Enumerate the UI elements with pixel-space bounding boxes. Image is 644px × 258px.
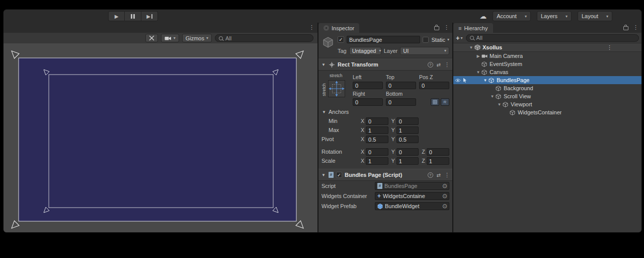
- gameobject-name-field[interactable]: BundlesPage: [347, 36, 420, 43]
- foldout-icon[interactable]: ▶: [475, 54, 481, 58]
- hierarchy-item-eventsystem[interactable]: EventSystem: [453, 60, 641, 68]
- hierarchy-item-widgetscontainer[interactable]: WidgetsContainer: [453, 108, 641, 116]
- pivot-y-field[interactable]: 0.5: [396, 136, 419, 143]
- scene-options-menu-icon[interactable]: ⋮: [607, 44, 612, 51]
- hierarchy-item-scroll-view[interactable]: ▼ Scroll View: [453, 92, 641, 100]
- foldout-icon[interactable]: ▼: [321, 62, 326, 67]
- blueprint-mode-button[interactable]: [431, 98, 439, 106]
- right-field[interactable]: 0: [353, 98, 383, 106]
- help-icon[interactable]: ?: [428, 62, 433, 68]
- presets-icon[interactable]: ⇄: [437, 172, 441, 178]
- component-enabled-checkbox[interactable]: ✓: [336, 172, 342, 178]
- inspector-menu-icon[interactable]: ⋮: [444, 25, 449, 30]
- hierarchy-item-scene[interactable]: ▼ Xsollus ⋮: [453, 43, 641, 52]
- foldout-icon[interactable]: ▼: [475, 70, 481, 75]
- layers-dropdown[interactable]: Layers ▾: [537, 11, 572, 21]
- gizmos-dropdown[interactable]: Gizmos ▾: [182, 34, 212, 42]
- anchors-foldout-row[interactable]: ▼ Anchors: [318, 107, 452, 116]
- hierarchy-item-label: WidgetsContainer: [518, 109, 561, 115]
- help-icon[interactable]: ?: [428, 172, 433, 178]
- max-y-field[interactable]: 1: [396, 126, 419, 134]
- tab-hierarchy[interactable]: ≡ Hierarchy: [453, 23, 493, 33]
- rotation-x-field[interactable]: 0: [366, 148, 388, 156]
- scale-row: Scale X1 Y1 Z1: [318, 156, 452, 165]
- camera-icon: [481, 53, 488, 59]
- hierarchy-item-bundlespage[interactable]: ▼ BundlesPage: [453, 76, 641, 84]
- object-picker-icon[interactable]: ⊙: [442, 183, 447, 189]
- scene-search-input[interactable]: All: [215, 34, 313, 42]
- top-field[interactable]: 0: [386, 82, 416, 89]
- pause-button[interactable]: [125, 11, 141, 21]
- account-dropdown[interactable]: Account ▾: [493, 11, 531, 21]
- foldout-icon[interactable]: ▼: [321, 110, 327, 114]
- step-button[interactable]: ▶: [141, 11, 158, 21]
- hierarchy-item-background[interactable]: Background: [453, 84, 641, 92]
- foldout-icon[interactable]: ▼: [468, 45, 474, 50]
- tools-button[interactable]: [145, 34, 158, 42]
- rotation-z-field[interactable]: 0: [427, 148, 449, 156]
- widget-prefab-row: Widget Prefab BundleWidget ⊙: [318, 201, 452, 211]
- component-menu-icon[interactable]: ⋮: [444, 62, 450, 68]
- raw-edit-mode-button[interactable]: R: [441, 98, 449, 106]
- pivot-x-field[interactable]: 0.5: [366, 136, 388, 143]
- play-button[interactable]: ▶: [108, 11, 125, 21]
- script-icon: #: [329, 172, 334, 178]
- left-field[interactable]: 0: [353, 82, 383, 89]
- scene-canvas[interactable]: [4, 43, 317, 232]
- visibility-eye-icon[interactable]: [455, 78, 461, 84]
- object-picker-icon[interactable]: ⊙: [442, 193, 447, 199]
- rect-transform-header[interactable]: ▼ Rect Transform ? ⇄ ⋮: [318, 58, 452, 71]
- max-x-field[interactable]: 1: [366, 126, 388, 134]
- widgets-container-value: WidgetsContaine: [383, 193, 440, 199]
- scale-x-field[interactable]: 1: [366, 157, 388, 165]
- min-x-field[interactable]: 0: [366, 117, 388, 125]
- min-y-field[interactable]: 0: [396, 117, 419, 125]
- scene-camera-dropdown[interactable]: ▾: [161, 34, 179, 42]
- hierarchy-item-canvas[interactable]: ▼ Canvas: [453, 68, 641, 76]
- rect-transform-ref-icon: +: [377, 193, 381, 199]
- inspector-tabbar: Inspector ⋮: [318, 23, 452, 33]
- hierarchy-search-input[interactable]: All: [466, 34, 639, 42]
- scale-y-field[interactable]: 1: [396, 157, 419, 165]
- tab-inspector[interactable]: Inspector: [318, 23, 359, 33]
- y-label: Y: [391, 136, 395, 142]
- bottom-field[interactable]: 0: [386, 98, 416, 106]
- layout-dropdown[interactable]: Layout ▾: [578, 11, 612, 21]
- foldout-icon[interactable]: ▼: [490, 94, 495, 99]
- active-checkbox[interactable]: ✓: [338, 36, 344, 43]
- script-object-field[interactable]: # BundlesPage ⊙: [375, 182, 449, 190]
- layer-dropdown[interactable]: UI ▾: [400, 47, 449, 55]
- z-label: Z: [422, 149, 425, 155]
- presets-icon[interactable]: ⇄: [437, 62, 441, 68]
- rotation-y-field[interactable]: 0: [396, 148, 419, 156]
- cloud-icon[interactable]: ☁: [479, 11, 487, 21]
- scale-z-field[interactable]: 1: [427, 157, 449, 165]
- lock-icon[interactable]: [434, 26, 439, 30]
- hierarchy-item-label: Canvas: [490, 69, 508, 75]
- col-right-label: Right: [353, 91, 383, 97]
- posz-field[interactable]: 0: [419, 82, 449, 89]
- hierarchy-menu-icon[interactable]: ⋮: [633, 25, 638, 30]
- widget-prefab-object-field[interactable]: BundleWidget ⊙: [375, 202, 449, 210]
- inspector-panel: Inspector ⋮ ✓ BundlesPage: [318, 23, 452, 232]
- step-icon: ▶: [146, 14, 150, 19]
- create-object-button[interactable]: + ▾: [456, 34, 463, 42]
- static-checkbox[interactable]: [423, 37, 429, 43]
- widgets-container-object-field[interactable]: + WidgetsContaine ⊙: [375, 192, 449, 200]
- foldout-icon[interactable]: ▼: [497, 102, 502, 107]
- component-menu-icon[interactable]: ⋮: [444, 172, 450, 178]
- rect-transform-title: Rect Transform: [338, 61, 425, 68]
- tag-dropdown[interactable]: Untagged ▾: [349, 47, 381, 55]
- bundles-page-script-header[interactable]: ▼ # ✓ Bundles Page (Script) ? ⇄ ⋮: [318, 169, 452, 181]
- static-dropdown[interactable]: Static ▾: [431, 37, 449, 43]
- hierarchy-item-viewport[interactable]: ▼ Viewport: [453, 100, 641, 108]
- object-picker-icon[interactable]: ⊙: [442, 203, 447, 209]
- widget-prefab-value: BundleWidget: [385, 203, 440, 209]
- pickability-icon[interactable]: [462, 78, 467, 84]
- scene-menu-icon[interactable]: ⋮: [309, 25, 314, 30]
- foldout-icon[interactable]: ▼: [321, 173, 326, 177]
- lock-icon[interactable]: [623, 26, 628, 30]
- hierarchy-item-main-camera[interactable]: ▶ Main Camera: [453, 52, 641, 60]
- anchor-preset-button[interactable]: [328, 80, 345, 97]
- foldout-icon[interactable]: ▼: [482, 78, 488, 83]
